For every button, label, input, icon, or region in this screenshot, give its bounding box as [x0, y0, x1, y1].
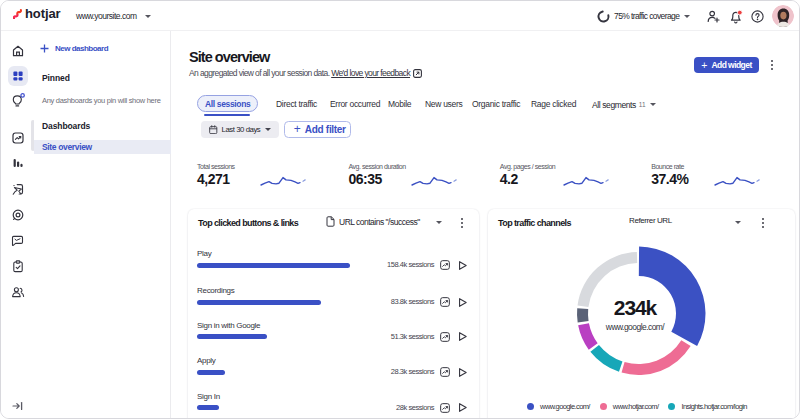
add-widget-button[interactable]: + Add widget — [694, 57, 759, 73]
notifications-bell-icon[interactable] — [729, 10, 743, 24]
tab-rage-clicked[interactable]: Rage clicked — [531, 99, 576, 109]
metric-label: Avg. session duration — [348, 163, 500, 170]
legend-label: www.hotjar.com/ — [613, 402, 659, 411]
donut-segment-Insights-hotjar-com-login[interactable] — [590, 345, 622, 372]
top-clicked-card: Top clicked buttons & links URL contains… — [188, 209, 479, 419]
clicked-element-row: Play158.4k sessions — [197, 249, 478, 279]
help-icon[interactable] — [751, 10, 764, 23]
active-tab-underline — [204, 114, 250, 116]
home-icon — [12, 45, 24, 57]
calendar-icon — [209, 125, 218, 135]
tab-direct-traffic[interactable]: Direct traffic — [276, 99, 317, 109]
add-filter-button[interactable]: + Add filter — [284, 121, 351, 138]
element-bar-fill — [197, 405, 219, 410]
brand-name: hotjar — [25, 6, 61, 21]
new-dashboard-button[interactable]: New dashboard — [40, 44, 108, 53]
tab-new-users[interactable]: New users — [425, 99, 462, 109]
element-sessions: 51.3k sessions — [391, 332, 434, 341]
play-sessions-icon[interactable] — [457, 402, 468, 413]
surveys-icon — [12, 260, 24, 273]
nav-trends[interactable] — [1, 126, 34, 150]
nav-funnels[interactable] — [1, 151, 34, 175]
url-filter-dropdown[interactable]: URL contains "/success" — [326, 216, 420, 227]
nav-interviews[interactable] — [1, 280, 34, 304]
trends-icon — [12, 132, 24, 144]
view-trend-icon[interactable] — [440, 260, 450, 270]
element-label: Sign In — [197, 392, 478, 401]
nav-ideas[interactable] — [1, 89, 34, 113]
legend-item[interactable]: www.google.com/ — [527, 402, 590, 411]
ideas-badge-dot — [20, 94, 23, 97]
nav-surveys[interactable] — [1, 254, 34, 278]
donut-center: 234k www.google.com/ — [575, 296, 695, 332]
page-subtitle-text: An aggregated view of all your session d… — [189, 68, 331, 78]
tab-error-occurred[interactable]: Error occurred — [330, 99, 380, 109]
all-segments-count: 11 — [639, 101, 646, 108]
element-bar-fill — [197, 370, 225, 375]
heatmaps-cursor-icon — [11, 183, 24, 196]
new-dashboard-label: New dashboard — [55, 44, 108, 53]
avatar-photo — [772, 5, 794, 27]
dashboard-item-site-overview[interactable]: Site overview — [34, 140, 171, 154]
app-window: hotjar www.yoursite.com 75% traffic cove… — [0, 0, 800, 419]
metric-label: Bounce rate — [651, 163, 800, 170]
site-selector[interactable]: www.yoursite.com — [76, 1, 151, 31]
lightbulb-icon — [11, 93, 25, 108]
tab-organic-traffic[interactable]: Organic traffic — [472, 99, 520, 109]
date-range-button[interactable]: Last 30 days — [201, 121, 279, 138]
element-label: Apply — [197, 356, 478, 365]
play-sessions-icon[interactable] — [457, 331, 468, 342]
element-bar-fill — [197, 263, 350, 268]
play-sessions-icon[interactable] — [457, 260, 468, 271]
element-label: Sign in with Google — [197, 321, 478, 330]
nav-feedback[interactable] — [1, 229, 34, 253]
user-avatar[interactable] — [772, 5, 794, 27]
legend-item[interactable]: www.hotjar.com/ — [600, 402, 659, 411]
legend-dot — [527, 403, 534, 410]
donut-segment-www-hotjar-com-[interactable] — [622, 340, 691, 375]
metric-label: Avg. pages / session — [500, 163, 652, 170]
element-sessions: 28k sessions — [396, 403, 434, 412]
element-bar — [197, 263, 350, 268]
collapse-sidebar[interactable] — [1, 394, 34, 418]
card-menu-kebab[interactable] — [456, 216, 468, 230]
chevron-down-icon — [436, 221, 442, 224]
nav-rail — [1, 31, 34, 418]
plus-icon — [40, 44, 49, 53]
element-sessions: 158.4k sessions — [387, 260, 434, 269]
view-trend-icon[interactable] — [440, 367, 450, 377]
metric-bounce-rate: Bounce rate37.4% — [651, 163, 800, 203]
traffic-channels-card: Top traffic channels Referrer URL 234k w… — [488, 209, 795, 419]
view-trend-icon[interactable] — [440, 403, 450, 413]
funnels-icon — [12, 157, 24, 169]
page-menu-kebab[interactable] — [766, 58, 778, 72]
nav-recordings[interactable] — [1, 203, 34, 227]
legend-label: www.google.com/ — [540, 402, 590, 411]
hotjar-logo[interactable]: hotjar — [13, 6, 61, 21]
tab-mobile[interactable]: Mobile — [388, 99, 411, 109]
card-title: Top clicked buttons & links — [198, 218, 298, 228]
tab-all-sessions[interactable]: All sessions — [197, 95, 258, 112]
traffic-progress-icon — [597, 10, 610, 23]
metric-sparkline — [411, 170, 461, 188]
metric-avg-session-duration: Avg. session duration06:35 — [348, 163, 500, 203]
play-sessions-icon[interactable] — [457, 297, 468, 308]
legend-item[interactable]: Insights.hotjar.com/login — [668, 402, 746, 411]
nav-dashboards[interactable] — [1, 64, 34, 88]
clicked-element-row: Apply28.3k sessions — [197, 356, 478, 386]
clicked-element-row: Recordings83.8k sessions — [197, 286, 478, 316]
nav-heatmaps[interactable] — [1, 177, 34, 201]
add-widget-label: Add widget — [711, 60, 751, 70]
traffic-coverage[interactable]: 75% traffic coverage — [597, 1, 690, 31]
filter-row: Last 30 days + Add filter — [201, 121, 351, 138]
add-filter-label: Add filter — [305, 124, 346, 135]
feedback-link[interactable]: We'd love your feedback — [331, 68, 410, 78]
metric-sparkline — [260, 170, 310, 188]
nav-home[interactable] — [1, 39, 34, 63]
view-trend-icon[interactable] — [440, 297, 450, 307]
invite-user-icon[interactable] — [707, 10, 720, 23]
view-trend-icon[interactable] — [440, 332, 450, 342]
element-label: Recordings — [197, 286, 478, 295]
all-segments-dropdown[interactable]: All segments 11 — [592, 96, 656, 114]
play-sessions-icon[interactable] — [457, 367, 468, 378]
